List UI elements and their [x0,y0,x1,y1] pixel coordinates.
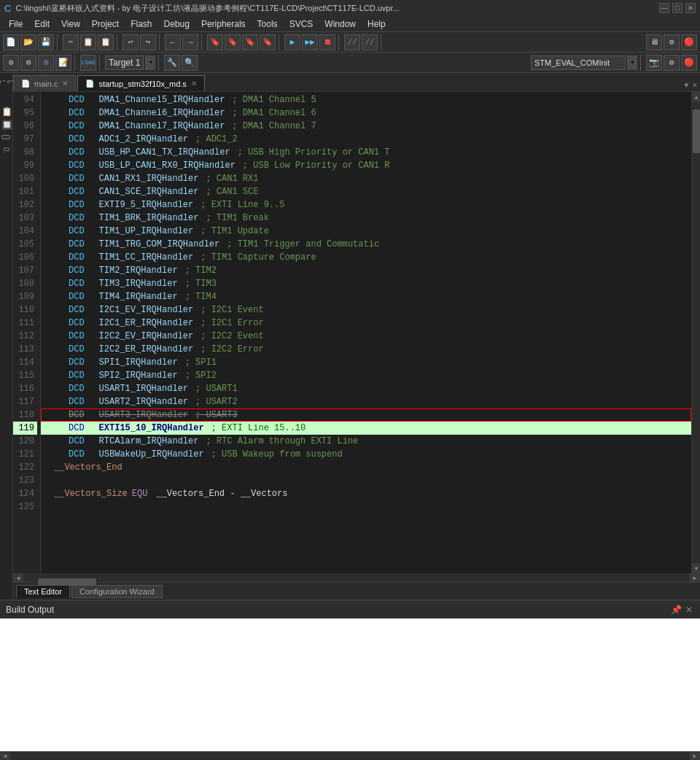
menu-file[interactable]: File [3,18,28,31]
nav-fwd-btn[interactable]: → [182,34,198,50]
stm-combo[interactable]: STM_EVAL_COMInit [531,55,626,70]
code-content[interactable]: DCDDMA1_Channel5_IRQHandler; DMA1 Channe… [41,92,691,573]
build4-btn[interactable]: 📝 [55,55,71,71]
vscroll-up-btn[interactable]: ▲ [692,92,700,102]
tab-main-c[interactable]: 📄 main.c ✕ [13,75,76,91]
editor-hscrollbar[interactable]: ◀ ▶ [13,573,700,582]
tab-startup-close[interactable]: ✕ [191,80,197,88]
open-btn[interactable]: 📂 [20,34,36,50]
tabs-dropdown-arrow[interactable]: ▾ [683,79,689,91]
comment-btn[interactable]: // [344,34,360,50]
target-dropdown-arrow[interactable]: ▾ [145,55,155,70]
build-hscroll-left[interactable]: ◀ [0,752,10,761]
code-line-117: DCDUSART2_IRQHandler; USART2 [41,395,691,408]
run-btn[interactable]: ▶ [284,34,300,50]
nav-back-btn[interactable]: ← [165,34,181,50]
ln-96: 96 [13,120,37,133]
stm-icon3[interactable]: 🔴 [681,34,697,50]
hscroll-right-btn[interactable]: ▶ [690,573,700,582]
target-label: Target 1 [109,58,140,68]
build-close-icon[interactable]: ✕ [684,605,694,615]
code-line-99: DCDUSB_LP_CAN1_RX0_IRQHandler; USB Low P… [41,159,691,172]
uncomment-btn[interactable]: // [362,34,378,50]
menu-project[interactable]: Project [86,18,125,31]
build-btn[interactable]: ⚙ [3,55,19,71]
menu-window[interactable]: Window [319,18,362,31]
app-icon: C [4,3,11,14]
vertical-scrollbar[interactable]: ▲ ▼ [691,92,700,573]
ln-95: 95 [13,106,37,120]
close-button[interactable]: ✕ [685,3,696,13]
bookmark2-btn[interactable]: 🔖 [225,34,241,50]
tool-b[interactable]: 🔍 [182,55,198,71]
build3-btn[interactable]: ⚙ [38,55,54,71]
sidebar-project-icon[interactable]: Proj [1,76,12,88]
build-pin-icon[interactable]: 📌 [671,605,681,615]
hscroll-thumb[interactable] [38,578,96,586]
stop-btn[interactable]: ⏹ [319,34,335,50]
sidebar-icon3[interactable]: 🔲 [1,118,12,130]
bookmark4-btn[interactable]: 🔖 [260,34,276,50]
menu-tools[interactable]: Tools [252,18,284,31]
sidebar-icon2[interactable]: 📋 [1,105,12,117]
menu-edit[interactable]: Edit [28,18,55,31]
stm-icon2[interactable]: ⚙ [664,34,680,50]
bottom-tab-config-wizard[interactable]: Configuration Wizard [71,585,163,598]
bookmark3-btn[interactable]: 🔖 [242,34,258,50]
undo-btn[interactable]: ↩ [122,34,139,50]
menu-debug[interactable]: Debug [158,18,195,31]
stm-tool1[interactable]: 📷 [646,55,662,71]
ln-123: 123 [13,474,37,487]
menu-view[interactable]: View [55,18,86,31]
rebuild-btn[interactable]: ⚙ [20,55,36,71]
sidebar-curly-icon[interactable]: {} [1,131,12,143]
sep6 [338,34,341,50]
code-line-101: DCDCAN1_SCE_IRQHandler; CAN1 SCE [41,185,691,198]
stm-combo-arrow[interactable]: ▾ [627,55,637,70]
menu-flash[interactable]: Flash [125,18,158,31]
build-output-panel: Build Output 📌 ✕ ◀ ▶ [0,600,700,760]
maximize-button[interactable]: □ [672,3,682,13]
save-btn[interactable]: 💾 [38,34,54,50]
tab-main-c-close[interactable]: ✕ [62,80,68,88]
menu-help[interactable]: Help [362,18,392,31]
window-controls[interactable]: — □ ✕ [659,3,696,13]
tool-a[interactable]: 🔧 [164,55,180,71]
code-line-105: DCDTIM1_TRG_COM_IRQHandler; TIM1 Trigger… [41,238,691,251]
code-line-96: DCDDMA1_Channel7_IRQHandler; DMA1 Channe… [41,120,691,133]
target-dropdown[interactable]: Target 1 [105,55,144,70]
vscroll-down-btn[interactable]: ▼ [692,563,700,573]
build-hscrollbar[interactable]: ◀ ▶ [0,751,700,760]
load-btn[interactable]: LOAD [80,55,96,71]
toolbar-2: ⚙ ⚙ ⚙ 📝 LOAD Target 1 ▾ 🔧 🔍 STM_EVAL_COM… [0,53,700,73]
vscroll-track[interactable] [692,102,700,563]
menu-svcs[interactable]: SVCS [284,18,319,31]
sep-t2c [158,55,161,71]
bookmark1-btn[interactable]: 🔖 [207,34,223,50]
copy-btn[interactable]: 📋 [80,34,96,50]
cut-btn[interactable]: ✂ [63,34,79,50]
new-file-btn[interactable]: 📄 [3,34,19,50]
bottom-tab-text-editor[interactable]: Text Editor [16,585,70,598]
stm-tool2[interactable]: ⚙ [664,55,680,71]
paste-btn[interactable]: 📋 [98,34,114,50]
tab-startup[interactable]: 📄 startup_stm32f10x_md.s ✕ [77,75,204,91]
stm-tool3[interactable]: 🔴 [681,55,697,71]
ln-119: 119 [13,422,37,435]
sidebar-zero-icon[interactable]: 0. [1,144,12,156]
build-hscroll-right[interactable]: ▶ [690,752,700,761]
vscroll-thumb[interactable] [693,109,700,153]
ln-107: 107 [13,264,37,277]
redo-btn[interactable]: ↪ [140,34,156,50]
run2-btn[interactable]: ▶▶ [302,34,318,50]
build-hscroll-track[interactable] [10,752,690,761]
tab-main-c-icon: 📄 [21,80,30,88]
code-line-111: DCDI2C1_ER_IRQHandler; I2C1 Error [41,317,691,330]
tabs-close-all[interactable]: ✕ [692,80,697,90]
minimize-button[interactable]: — [659,3,669,13]
stm-combo-label: STM_EVAL_COMInit [534,58,610,67]
ln-124: 124 [13,487,37,500]
menu-peripherals[interactable]: Peripherals [195,18,252,31]
stm-icon1[interactable]: 🖥 [646,34,662,50]
hscroll-left-btn[interactable]: ◀ [13,573,23,582]
